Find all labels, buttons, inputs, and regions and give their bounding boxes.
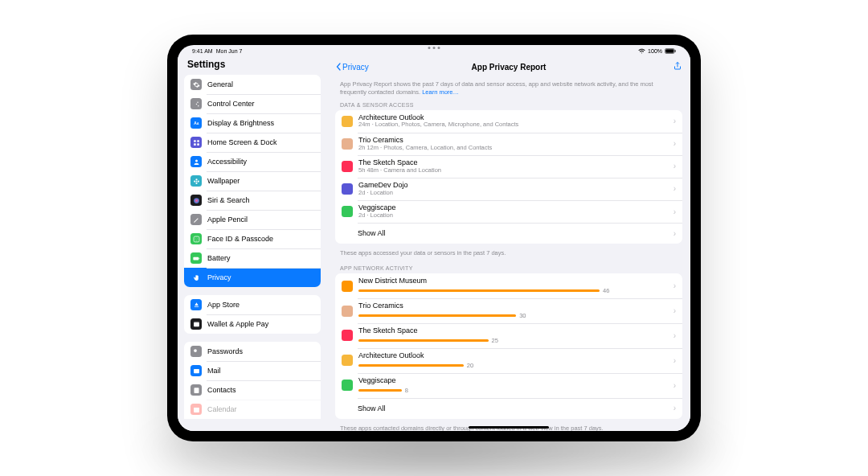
sidebar-item-general[interactable]: General xyxy=(184,75,321,94)
sidebar-item-wallpaper[interactable]: Wallpaper xyxy=(184,171,321,191)
sidebar-item-label: General xyxy=(207,80,233,88)
app-name: Trio Ceramics xyxy=(358,302,668,310)
home-indicator[interactable] xyxy=(469,426,549,429)
sidebar-item-home-dock[interactable]: Home Screen & Dock xyxy=(184,133,321,152)
app-icon xyxy=(342,161,353,172)
data-sensor-row[interactable]: Architecture Outlook 24m · Location, Pho… xyxy=(335,110,682,133)
app-subtitle: 2d · Location xyxy=(358,212,668,219)
sidebar-item-siri[interactable]: Siri & Search xyxy=(184,191,321,210)
data-sensor-row[interactable]: GameDev Dojo 2d · Location › xyxy=(335,178,682,200)
data-sensor-row[interactable]: The Sketch Space 5h 48m · Camera and Loc… xyxy=(335,155,682,178)
svg-rect-25 xyxy=(194,322,199,323)
sidebar-item-label: Contacts xyxy=(207,386,236,394)
mail-icon xyxy=(190,365,202,376)
sidebar-item-label: Wallet & Apple Pay xyxy=(207,320,268,328)
pencil-icon xyxy=(190,214,202,225)
activity-value: 25 xyxy=(492,337,498,344)
app-subtitle: 2d · Location xyxy=(358,190,668,196)
svg-rect-22 xyxy=(193,256,199,260)
share-button[interactable] xyxy=(673,61,682,72)
app-network-row[interactable]: New District Museum 46 › xyxy=(335,273,682,298)
sidebar-item-contacts[interactable]: Contacts xyxy=(184,380,321,400)
battery-percent: 100% xyxy=(648,48,662,54)
show-all-app-network[interactable]: Show All› xyxy=(335,398,682,419)
report-description: App Privacy Report shows the past 7 days… xyxy=(335,77,682,100)
svg-rect-23 xyxy=(199,257,199,259)
sidebar-item-label: Calendar xyxy=(207,405,237,413)
app-network-row[interactable]: Veggiscape 8 › xyxy=(335,373,682,398)
section-header-data-sensor: DATA & SENSOR ACCESS xyxy=(335,100,682,110)
multitask-dots[interactable] xyxy=(428,47,440,49)
sidebar-item-pencil[interactable]: Apple Pencil xyxy=(184,210,321,229)
app-network-row[interactable]: Trio Ceramics 30 › xyxy=(335,298,682,323)
wifi-icon xyxy=(638,47,645,55)
sliders-icon xyxy=(190,98,202,109)
sidebar-item-appstore[interactable]: App Store xyxy=(184,295,321,314)
activity-bar xyxy=(358,389,402,392)
chevron-right-icon: › xyxy=(674,404,676,412)
battery-icon xyxy=(190,252,202,264)
learn-more-link[interactable]: Learn more… xyxy=(422,88,459,96)
siri-icon xyxy=(190,195,202,206)
back-label: Privacy xyxy=(342,63,369,72)
sidebar-item-accessibility[interactable]: Accessibility xyxy=(184,152,321,171)
app-network-row[interactable]: Architecture Outlook 20 › xyxy=(335,348,682,373)
svg-point-16 xyxy=(194,180,195,182)
app-network-list: New District Museum 46 › Trio Ceramics 3… xyxy=(335,273,682,418)
content-scroll[interactable]: App Privacy Report shows the past 7 days… xyxy=(327,77,690,431)
svg-point-4 xyxy=(195,103,197,105)
detail-pane: Privacy App Privacy Report App Privacy R… xyxy=(327,56,690,431)
app-icon xyxy=(342,116,353,127)
chevron-right-icon: › xyxy=(674,306,676,315)
activity-value: 46 xyxy=(603,287,609,294)
chevron-right-icon: › xyxy=(674,331,676,340)
sidebar-item-control-center[interactable]: Control Center xyxy=(184,94,321,113)
show-all-data-sensor[interactable]: Show All› xyxy=(335,223,682,244)
chevron-right-icon: › xyxy=(674,184,676,193)
data-sensor-row[interactable]: Trio Ceramics 2h 12m · Photos, Camera, L… xyxy=(335,133,682,155)
sidebar-item-label: Battery xyxy=(207,254,231,262)
back-button[interactable]: Privacy xyxy=(335,63,369,72)
svg-rect-2 xyxy=(675,50,676,52)
hand-icon xyxy=(190,272,202,283)
sidebar-item-battery[interactable]: Battery xyxy=(184,248,321,268)
chevron-right-icon: › xyxy=(674,356,676,365)
svg-rect-31 xyxy=(194,407,199,408)
app-subtitle: 24m · Location, Photos, Camera, Micropho… xyxy=(358,121,668,128)
sidebar-item-calendar[interactable]: Calendar xyxy=(184,400,321,419)
activity-bar xyxy=(358,289,600,292)
wallet-icon xyxy=(190,318,202,330)
app-name: Veggiscape xyxy=(358,377,668,385)
app-icon xyxy=(342,281,353,292)
aa-icon: AA xyxy=(190,117,202,129)
chevron-right-icon: › xyxy=(674,139,676,148)
svg-rect-11 xyxy=(197,143,199,146)
sidebar-item-faceid[interactable]: Face ID & Passcode xyxy=(184,229,321,248)
battery-icon xyxy=(665,48,676,54)
svg-point-29 xyxy=(195,388,197,390)
sidebar-item-label: Home Screen & Dock xyxy=(207,138,277,146)
sidebar-item-mail[interactable]: Mail xyxy=(184,361,321,380)
chevron-right-icon: › xyxy=(674,162,676,170)
flower-icon xyxy=(190,175,202,187)
sidebar-item-wallet[interactable]: Wallet & Apple Pay xyxy=(184,314,321,334)
activity-bar xyxy=(358,339,489,342)
contacts-icon xyxy=(190,384,202,396)
sidebar-title: Settings xyxy=(178,56,327,75)
settings-sidebar: Settings GeneralControl CenterAADisplay … xyxy=(178,56,327,431)
activity-value: 20 xyxy=(467,362,473,369)
svg-rect-8 xyxy=(194,140,196,142)
sidebar-item-display[interactable]: AADisplay & Brightness xyxy=(184,113,321,133)
status-time: 9:41 AM xyxy=(192,48,213,54)
app-network-row[interactable]: The Sketch Space 25 › xyxy=(335,323,682,348)
screen: 9:41 AM Mon Jun 7 100% Settings GeneralC… xyxy=(178,45,690,431)
svg-point-15 xyxy=(195,182,197,183)
app-icon xyxy=(342,306,353,317)
data-sensor-row[interactable]: Veggiscape 2d · Location › xyxy=(335,200,682,223)
sidebar-item-label: Accessibility xyxy=(207,158,247,166)
app-name: The Sketch Space xyxy=(358,327,668,335)
sidebar-item-passwords[interactable]: Passwords xyxy=(184,342,321,361)
app-icon xyxy=(342,183,353,195)
app-name: Architecture Outlook xyxy=(358,352,668,360)
sidebar-item-privacy[interactable]: Privacy xyxy=(184,268,321,287)
